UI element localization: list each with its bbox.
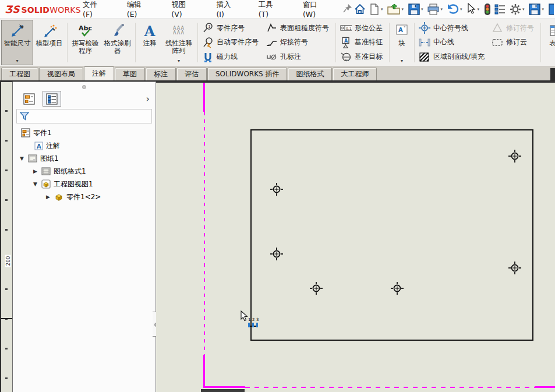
tab-drawing[interactable]: 工程图 [1,68,38,80]
centerline-button[interactable]: 中心线 [416,36,489,50]
menu-insert[interactable]: 插入(I) [215,0,239,20]
logo-text-works: WORKS [50,5,81,15]
revision-cloud-label: 修订云 [506,37,527,47]
expand-arrow-collapsed[interactable]: ▶ [45,194,51,200]
magnetic-line-button[interactable]: 磁力线 [200,50,263,64]
geometric-tolerance-button[interactable]: 0.1形位公差 [338,21,387,35]
quick-access-toolbar: ▾ ▾ ▾ ▾ ▾ ▾ ▾ ▾ [352,2,555,17]
block-button[interactable]: A° 块 ▾ [391,20,412,65]
center-mark[interactable] [508,262,521,274]
center-mark[interactable] [270,248,283,260]
tab-markup[interactable]: 标注 [146,68,176,80]
magnetic-line-label: 磁力线 [217,52,238,62]
tab-big-engineer[interactable]: 大工程师 [333,68,377,80]
hole-callout-button[interactable]: 孔标注 [263,50,334,64]
auto-balloon-button[interactable]: 自动零件序号 [200,36,263,50]
smart-dimension-button[interactable]: 智能尺寸 ▾ [1,20,33,65]
model-items-icon [42,22,57,40]
revision-cloud-icon [492,37,503,48]
panel-expand-chevron[interactable]: › [146,93,151,104]
tree-item-sheet-format1[interactable]: ▶ 图纸格式1 [13,165,155,178]
tab-sketch[interactable]: 草图 [115,68,145,80]
tree-filter-bar[interactable] [16,109,152,123]
linear-note-pattern-button[interactable]: AAAAAA 线性注释阵列 ▾ [162,20,196,65]
surface-finish-button[interactable]: 表面粗糙度符号 [263,21,334,35]
datum-target-button[interactable]: A1基准目标 [338,50,387,64]
home-button[interactable] [352,2,367,17]
tree-item-part-instance[interactable]: ▶ 零件1<2> [13,190,155,203]
dropdown-caret: ▾ [440,7,443,12]
menu-file[interactable]: 文件(F) [82,0,108,20]
center-mark[interactable] [391,282,404,295]
spell-checker-button[interactable]: Abc 拼写检验程序 [69,20,101,65]
svg-text:A: A [344,38,348,43]
print-button[interactable]: ▾ [426,2,446,17]
badge-digit: 3 [256,318,259,322]
spell-checker-icon: Abc [77,22,94,40]
dropdown-caret: ▾ [542,7,544,12]
tab-evaluate[interactable]: 评估 [176,68,207,80]
smart-dimension-icon [10,22,25,40]
model-items-button[interactable]: 模型项目 [33,20,65,65]
menu-edit[interactable]: 编辑(E) [126,0,153,20]
area-hatch-fill-label: 区域剖面线/填充 [433,52,485,62]
tab-solidworks-addins[interactable]: SOLIDWORKS 插件 [207,68,287,80]
tab-annotation[interactable]: 注解 [84,66,114,80]
display-pane-tab[interactable] [43,91,61,107]
hole-callout-icon [266,51,277,63]
featuremanager-tree-tab[interactable] [20,91,38,107]
settings-button[interactable]: ▾ [508,2,528,17]
area-hatch-fill-button[interactable]: 区域剖面线/填充 [416,50,489,64]
clipped-save-icon [548,3,554,16]
badge-digits: 1 2 3 [248,318,263,322]
smart-dimension-label: 智能尺寸 [4,40,31,47]
center-mark-button[interactable]: 中心符号线 [416,21,489,35]
tree-item-part-root[interactable]: 零件1 [13,126,155,139]
ribbon-separator [414,23,415,62]
revision-cloud-button[interactable]: 修订云 [489,36,539,50]
datum-target-icon: A1 [340,51,352,63]
center-mark[interactable] [270,183,283,196]
expand-arrow-collapsed[interactable]: ▶ [32,168,38,174]
display-pane-icon [46,93,58,105]
balloon-button[interactable]: 1零件序号 [200,21,263,35]
rebuild-button[interactable] [482,2,493,17]
save-all-button[interactable]: ▾ [527,2,547,17]
menu-window[interactable]: 窗口(W) [302,0,331,20]
dropdown-caret[interactable]: ▾ [401,58,403,64]
format-painter-button[interactable]: 格式涂刷器 [101,20,133,65]
hole-callout-label: 孔标注 [280,52,301,62]
dropdown-caret[interactable]: ▾ [16,58,18,64]
datum-feature-button[interactable]: A基准特征 [338,36,387,50]
expand-arrow-expanded[interactable]: ▼ [32,181,38,187]
tree-item-annotations[interactable]: A 注解 [13,139,155,152]
select-button[interactable]: ▾ [465,2,482,17]
ordinate-dimension-cursor-badge: 1 2 3 [248,318,263,327]
ribbon-group-dimension: 智能尺寸 ▾ 模型项目 [1,20,65,65]
weld-symbol-button[interactable]: 焊接符号 [263,36,334,50]
undo-button[interactable]: ▾ [446,2,465,17]
dropdown-caret[interactable]: ▾ [178,58,180,64]
new-document-button[interactable]: ▾ [367,2,386,17]
save-button[interactable]: ▾ [406,2,426,17]
tree-item-sheet1[interactable]: ▼ 图纸1 [13,152,155,165]
graphics-area[interactable]: 1 2 3 [156,82,555,392]
center-mark[interactable] [310,282,323,295]
note-button[interactable]: A 注释 [137,20,162,65]
ribbon-toolbar: 智能尺寸 ▾ 模型项目 Abc 拼写检验程序 格式涂刷器 A 注释 [0,19,555,66]
panel-grip-dot[interactable] [82,85,86,89]
toolbar-overflow-button[interactable] [547,2,555,17]
menu-tools[interactable]: 工具(T) [257,0,284,20]
tables-button[interactable]: 表格 ▾ [543,20,555,65]
open-button[interactable]: ▾ [386,2,406,17]
ribbon-separator [135,23,136,62]
badge-digit: 1 [248,318,250,322]
options-list-button[interactable] [493,2,508,17]
expand-arrow-expanded[interactable]: ▼ [19,156,25,161]
tab-view-layout[interactable]: 视图布局 [39,68,83,80]
menu-view[interactable]: 视图(V) [170,0,197,20]
pin-menu-icon[interactable] [343,3,352,15]
tab-sheet-format[interactable]: 图纸格式 [288,68,332,80]
center-mark[interactable] [508,150,521,163]
tree-item-drawing-view1[interactable]: ▼ 工程图视图1 [13,178,155,190]
